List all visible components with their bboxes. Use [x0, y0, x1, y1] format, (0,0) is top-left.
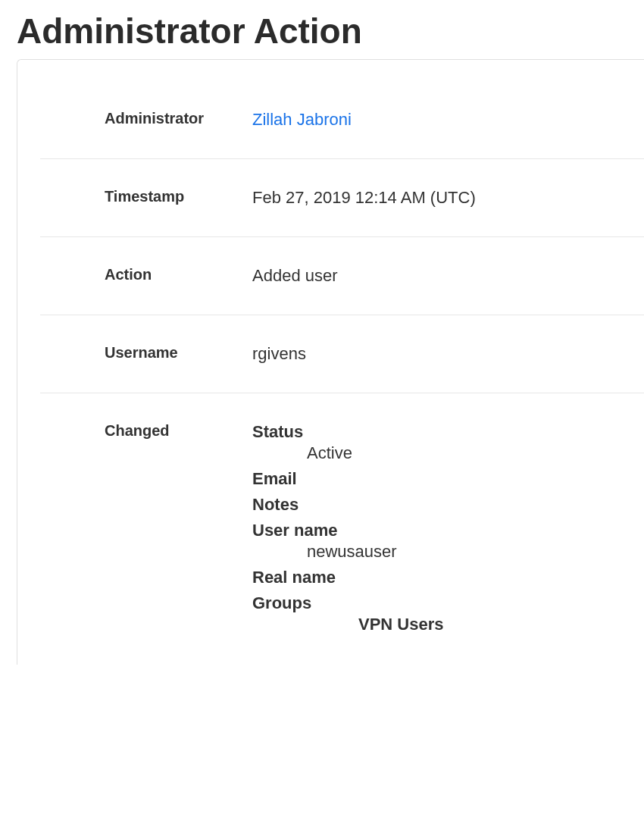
- changed-groups-value: VPN Users: [252, 615, 629, 634]
- value-timestamp: Feb 27, 2019 12:14 AM (UTC): [252, 188, 644, 208]
- label-action: Action: [40, 266, 252, 283]
- changed-notes-label: Notes: [252, 495, 629, 515]
- row-action: Action Added user: [40, 237, 644, 315]
- label-administrator: Administrator: [40, 110, 252, 127]
- value-username: rgivens: [252, 344, 644, 364]
- row-timestamp: Timestamp Feb 27, 2019 12:14 AM (UTC): [40, 159, 644, 237]
- changed-status-label: Status: [252, 422, 629, 442]
- row-administrator: Administrator Zillah Jabroni: [40, 81, 644, 159]
- changed-groups-label: Groups: [252, 593, 629, 613]
- label-username: Username: [40, 344, 252, 362]
- changed-email-label: Email: [252, 469, 629, 489]
- value-action: Added user: [252, 266, 644, 286]
- changed-list: Status Active Email Notes User name newu…: [252, 422, 644, 636]
- label-timestamp: Timestamp: [40, 188, 252, 205]
- changed-real-name-label: Real name: [252, 568, 629, 587]
- row-changed: Changed Status Active Email Notes User n…: [40, 393, 644, 665]
- detail-panel: Administrator Zillah Jabroni Timestamp F…: [17, 59, 644, 665]
- row-username: Username rgivens: [40, 315, 644, 393]
- label-changed: Changed: [40, 422, 252, 440]
- administrator-link[interactable]: Zillah Jabroni: [252, 110, 352, 129]
- changed-status-value: Active: [252, 443, 629, 463]
- page-title: Administrator Action: [0, 0, 644, 59]
- changed-user-name-label: User name: [252, 521, 629, 540]
- changed-user-name-value: newusauser: [252, 542, 629, 562]
